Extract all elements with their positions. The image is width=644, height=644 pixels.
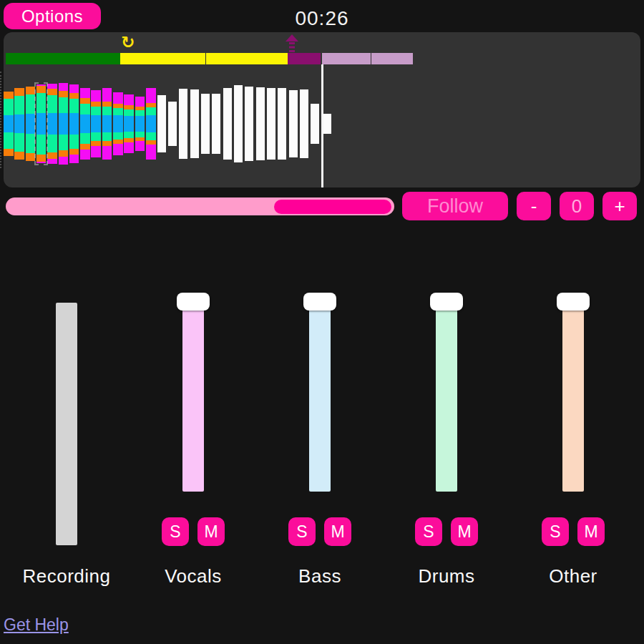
follow-button[interactable]: Follow [402,192,508,220]
waveform-bar-segment [59,157,69,165]
waveform-bar-segment [146,115,156,132]
waveform-bar-segment [91,107,101,115]
waveform-panel[interactable]: ↻ [4,32,640,187]
waveform-bar-segment [47,159,57,164]
waveform-bar-white [190,89,199,158]
vocals-slider-track[interactable] [182,301,204,492]
waveform-bar-segment [102,146,112,160]
waveform-bar-segment [69,93,79,99]
waveform-scrollbar[interactable] [6,197,394,215]
waveform-bar-segment [135,110,145,116]
waveform-bar-segment [223,88,232,160]
scrollbar-thumb[interactable] [274,200,391,214]
waveform-bar-segment [168,102,177,146]
waveform-bar-segment [4,115,14,132]
waveform-bar-segment [102,115,112,132]
bass-slider-thumb[interactable] [303,293,336,311]
zoom-value-button[interactable]: 0 [560,192,594,220]
waveform-bar-segment [80,98,90,104]
waveform-bar-segment [69,135,79,149]
waveform-bar-segment [190,89,199,158]
waveform-bar-segment [113,92,123,104]
vocals-slider-thumb[interactable] [177,293,210,311]
time-display: 00:26 [0,7,644,30]
bass-slider-track[interactable] [309,301,331,492]
mute-button-vocals[interactable]: M [197,517,225,546]
waveform-bar-segment [59,97,69,113]
waveform-bar-white [168,102,177,146]
waveform-bar-segment [80,104,90,114]
mixer: RecordingSMVocalsSMBassSMDrumsSMOther [0,286,644,594]
left-edge-dashes [0,72,1,168]
waveform-bar-segment [113,132,123,140]
waveform-bar-segment [91,102,101,107]
waveform-bar-segment [201,94,210,154]
waveform-bar-segment [69,155,79,163]
waveform-bar-colored [69,84,79,163]
waveform-bar-segment [124,132,134,138]
waveform-bar-segment [102,107,112,115]
waveform-bar-segment [47,95,57,113]
waveform-bar-white [157,95,166,152]
waveform-bar-segment [47,113,57,135]
waveform-bar-segment [91,90,101,102]
mute-button-bass[interactable]: M [324,517,351,546]
waveform-bar-segment [14,133,24,152]
solo-button-other[interactable]: S [542,517,569,546]
waveform-bar-segment [47,152,57,159]
waveform-bar-white [311,104,319,144]
get-help-link[interactable]: Get Help [4,615,69,635]
drums-slider-thumb[interactable] [430,293,463,311]
waveform-bar-segment [4,99,14,115]
waveform-bar-segment [311,104,319,144]
recording-label: Recording [0,565,138,587]
solo-button-drums[interactable]: S [415,517,442,546]
waveform-bar-segment [59,83,69,91]
drums-slider-track[interactable] [436,301,457,492]
waveform-bar-colored [124,94,134,153]
waveform-bar-segment [102,102,112,107]
zoom-in-button[interactable]: + [602,192,637,220]
waveform-bar-segment [47,89,57,95]
waveform-bar-white [212,94,220,154]
waveform-bar-white [278,88,286,160]
solo-button-bass[interactable]: S [288,517,316,546]
waveform-bar-segment [4,149,14,156]
focused-bar-outline [34,82,49,165]
waveform-bar-segment [289,90,298,157]
mute-button-other[interactable]: M [577,517,605,546]
waveform-bar-segment [14,152,24,160]
other-slider-thumb[interactable] [557,293,590,311]
waveform-bar-segment [14,114,24,133]
waveform-bar-segment [59,91,69,97]
waveform-bar-segment [102,88,112,102]
waveform-bar-segment [80,88,90,98]
waveform-bar-segment [135,141,145,151]
waveform-bar-white [179,89,187,159]
waveform-bar-segment [212,94,220,154]
waveform-bar-segment [80,133,90,144]
drums-label: Drums [375,565,518,587]
recording-slider-track[interactable] [56,303,77,545]
waveform-bar-segment [179,89,187,159]
waveform-bar-colored [146,88,156,160]
waveform-bar-segment [300,89,308,158]
waveform-bar-segment [113,115,123,132]
other-slider-track[interactable] [562,301,584,492]
mute-button-drums[interactable]: M [451,517,478,546]
waveform-bar-segment [146,88,156,103]
zoom-out-button[interactable]: - [517,192,551,220]
waveform-bar-segment [124,116,134,132]
waveform-bar-segment [14,88,24,96]
waveform-bar-white [289,90,298,157]
waveform-bar-white [234,85,243,162]
waveform-bar-segment [278,88,286,160]
playhead[interactable] [321,64,323,187]
waveform-bar-segment [59,135,69,150]
waveform-bar-segment [14,96,24,114]
waveform-bar-segment [47,84,57,89]
waveform-bar-segment [234,85,243,162]
waveform-bar-colored [59,83,69,165]
waveform-bar-segment [157,95,166,152]
solo-button-vocals[interactable]: S [162,517,189,546]
